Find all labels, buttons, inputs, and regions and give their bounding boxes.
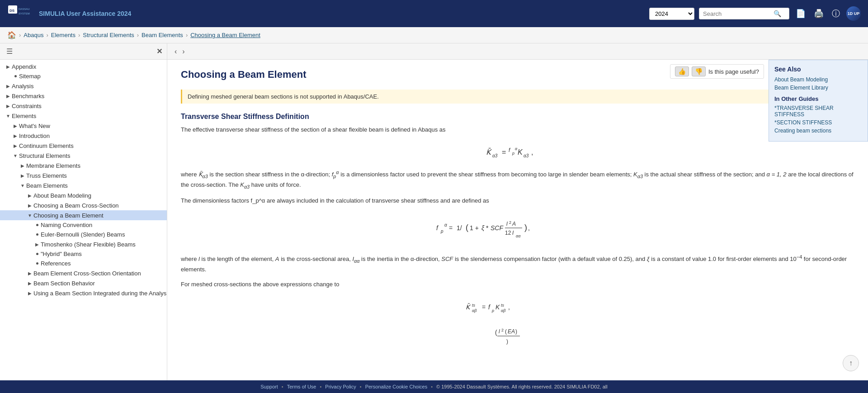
tree-item-whats-new[interactable]: ▶What's New bbox=[0, 121, 167, 131]
tree-label: Introduction bbox=[19, 133, 50, 139]
arrow-right-icon: ▶ bbox=[5, 102, 12, 109]
content-header: ‹ › bbox=[167, 43, 868, 60]
svg-text:ts: ts bbox=[472, 303, 476, 308]
useful-question: Is this page useful? bbox=[708, 68, 759, 75]
footer-privacy[interactable]: Privacy Policy bbox=[325, 384, 356, 389]
footer-support[interactable]: Support bbox=[260, 384, 278, 389]
tree-label: Naming Convention bbox=[41, 222, 92, 228]
tree-label: What's New bbox=[19, 123, 50, 129]
tree-item-membrane-elements[interactable]: ▶Membrane Elements bbox=[0, 161, 167, 170]
svg-text:p: p bbox=[491, 308, 494, 313]
home-icon[interactable]: 🏠 bbox=[7, 31, 16, 39]
tree-item-beam-cross-section-orientation[interactable]: ▶Beam Element Cross-Section Orientation bbox=[0, 268, 167, 278]
footer-sep2: • bbox=[320, 384, 321, 389]
scroll-to-top-button[interactable]: ↑ bbox=[843, 355, 859, 371]
arrow-right-icon: ▶ bbox=[33, 241, 41, 248]
tree-item-appendix[interactable]: ▶Appendix bbox=[0, 62, 167, 71]
content-area: ‹ › 👍 👎 Is this page useful? See Also Ab… bbox=[167, 43, 868, 380]
svg-text:ξ: ξ bbox=[481, 224, 485, 232]
dot-icon bbox=[33, 253, 41, 255]
tree-item-euler-bernoulli[interactable]: Euler-Bernoulli (Slender) Beams bbox=[0, 230, 167, 239]
tree-item-benchmarks[interactable]: ▶Benchmarks bbox=[0, 91, 167, 101]
arrow-right-icon: ▶ bbox=[19, 162, 26, 169]
arrow-right-icon: ▶ bbox=[5, 63, 12, 70]
svg-text:α: α bbox=[444, 223, 447, 227]
tree-item-introduction[interactable]: ▶Introduction bbox=[0, 131, 167, 141]
svg-text:EA: EA bbox=[508, 328, 515, 335]
tree-label: Sitemap bbox=[19, 73, 41, 80]
arrow-down-icon: ▼ bbox=[5, 112, 12, 119]
footer-cookie[interactable]: Personalize Cookie Choices bbox=[365, 384, 428, 389]
dot-icon bbox=[33, 233, 41, 236]
svg-text:,: , bbox=[531, 148, 533, 156]
breadcrumb-current: Choosing a Beam Element bbox=[190, 32, 260, 38]
app-title[interactable]: SIMULIA User Assistance 2024 bbox=[39, 10, 649, 17]
logo[interactable]: DS DASSAULT SYSTEMES bbox=[7, 5, 30, 23]
svg-text:=: = bbox=[482, 303, 486, 311]
document-icon[interactable]: 📄 bbox=[794, 7, 807, 20]
breadcrumb-elements[interactable]: Elements bbox=[51, 32, 75, 38]
version-select[interactable]: 2024 bbox=[649, 8, 694, 20]
tree-label: Timoshenko (Shear Flexible) Beams bbox=[41, 241, 136, 248]
footer-terms[interactable]: Terms of Use bbox=[287, 384, 316, 389]
breadcrumb-abaqus[interactable]: Abaqus bbox=[24, 32, 43, 38]
tree-item-analysis[interactable]: ▶Analysis bbox=[0, 81, 167, 91]
breadcrumb: 🏠 › Abaqus › Elements › Structural Eleme… bbox=[0, 27, 868, 43]
tree-item-naming-convention[interactable]: Naming Convention bbox=[0, 220, 167, 230]
tree-item-choosing-beam-cross-section[interactable]: ▶Choosing a Beam Cross-Section bbox=[0, 200, 167, 210]
formula1: K̄ α3 = f p α K α3 , bbox=[181, 142, 854, 161]
arrow-right-icon: ▶ bbox=[12, 122, 19, 129]
search-box: 🔍 bbox=[699, 8, 789, 19]
see-also-link-0[interactable]: About Beam Modeling bbox=[774, 76, 862, 83]
search-input[interactable] bbox=[703, 10, 771, 17]
tree-item-timoshenko[interactable]: ▶Timoshenko (Shear Flexible) Beams bbox=[0, 239, 167, 249]
breadcrumb-structural[interactable]: Structural Elements bbox=[83, 32, 134, 38]
tree-item-about-beam-modeling[interactable]: ▶About Beam Modeling bbox=[0, 190, 167, 200]
tree-item-choosing-beam-element[interactable]: ▼Choosing a Beam Element bbox=[0, 210, 167, 220]
tree-item-structural-elements[interactable]: ▼Structural Elements bbox=[0, 151, 167, 161]
print-icon[interactable]: 🖨️ bbox=[812, 7, 826, 20]
tree-item-continuum-elements[interactable]: ▶Continuum Elements bbox=[0, 141, 167, 151]
para4: where l is the length of the element, A … bbox=[181, 253, 854, 275]
tree-label: Continuum Elements bbox=[19, 142, 74, 149]
user-avatar[interactable]: 1D UP bbox=[846, 6, 861, 21]
para5: For meshed cross-sections the above expr… bbox=[181, 280, 854, 289]
svg-text:K̄: K̄ bbox=[486, 148, 492, 156]
para2: where K̄α3 is the section shear stiffnes… bbox=[181, 169, 854, 191]
other-link-2[interactable]: Creating beam sections bbox=[774, 128, 862, 134]
see-also-link-1[interactable]: Beam Element Library bbox=[774, 85, 862, 91]
tree-item-hybrid-beams[interactable]: "Hybrid" Beams bbox=[0, 249, 167, 259]
svg-text:=: = bbox=[449, 224, 453, 232]
thumbs-down-button[interactable]: 👎 bbox=[692, 66, 706, 76]
tree-label: Membrane Elements bbox=[26, 162, 80, 169]
thumbs-up-button[interactable]: 👍 bbox=[675, 66, 689, 76]
formula4-partial: ( l 2 ( EA ) ) bbox=[181, 323, 854, 352]
tree-item-beam-elements[interactable]: ▼Beam Elements bbox=[0, 180, 167, 190]
tree-item-constraints[interactable]: ▶Constraints bbox=[0, 101, 167, 111]
tree-label: Appendix bbox=[12, 63, 36, 70]
content-scroll: 👍 👎 Is this page useful? See Also About … bbox=[167, 60, 868, 380]
tree-item-references[interactable]: References bbox=[0, 259, 167, 268]
nav-next-button[interactable]: › bbox=[179, 47, 187, 57]
tree-item-using-beam-section[interactable]: ▶Using a Beam Section Integrated during … bbox=[0, 288, 167, 298]
arrow-right-icon: ▶ bbox=[19, 172, 26, 179]
sidebar-toc-icon[interactable]: ☰ bbox=[5, 46, 14, 57]
tree-item-truss-elements[interactable]: ▶Truss Elements bbox=[0, 170, 167, 180]
sidebar-close-button[interactable]: ✕ bbox=[156, 47, 162, 56]
other-link-1[interactable]: *SECTION STIFFNESS bbox=[774, 119, 862, 126]
search-icon[interactable]: 🔍 bbox=[774, 10, 781, 17]
dot-icon bbox=[33, 224, 41, 226]
tree-item-beam-section-behavior[interactable]: ▶Beam Section Behavior bbox=[0, 278, 167, 288]
nav-prev-button[interactable]: ‹ bbox=[172, 47, 179, 57]
tree-label: Elements bbox=[12, 113, 36, 119]
tree-label: Analysis bbox=[12, 83, 33, 90]
tree-item-sitemap[interactable]: Sitemap bbox=[0, 71, 167, 81]
other-link-0[interactable]: *TRANSVERSE SHEAR STIFFNESS bbox=[774, 105, 862, 118]
svg-text:=: = bbox=[502, 148, 506, 156]
tree-label: "Hybrid" Beams bbox=[41, 251, 82, 257]
help-icon[interactable]: ⓘ bbox=[830, 6, 842, 21]
main-layout: ☰ ✕ ▶AppendixSitemap▶Analysis▶Benchmarks… bbox=[0, 43, 868, 380]
breadcrumb-beam[interactable]: Beam Elements bbox=[142, 32, 183, 38]
svg-text:DASSAULT: DASSAULT bbox=[19, 8, 30, 10]
tree-item-elements[interactable]: ▼Elements bbox=[0, 111, 167, 121]
